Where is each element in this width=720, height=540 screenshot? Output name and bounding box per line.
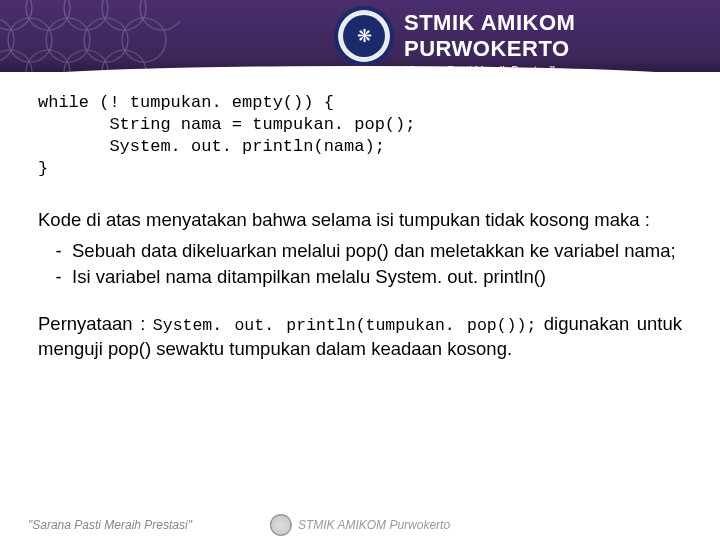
institution-seal-icon: ❋ [334, 6, 394, 66]
code-line: String nama = tumpukan. pop(); [38, 115, 415, 134]
decorative-circles [0, 0, 180, 72]
footer-seal-icon [270, 514, 292, 536]
inline-code: System. out. println(tumpukan. pop()); [153, 316, 536, 335]
code-line: } [38, 159, 48, 178]
brand-name: STMIK AMIKOM PURWOKERTO [404, 10, 720, 62]
code-line: System. out. println(nama); [38, 137, 385, 156]
text-run: Pernyataan : [38, 313, 153, 334]
svg-point-9 [122, 18, 166, 62]
svg-point-10 [0, 50, 32, 72]
list-item: Sebuah data dikeluarkan melalui pop() da… [72, 239, 682, 263]
svg-point-2 [64, 0, 108, 30]
slide-footer: "Sarana Pasti Meraih Prestasi" STMIK AMI… [0, 510, 720, 540]
svg-point-5 [0, 18, 14, 62]
slide-header: ❋ STMIK AMIKOM PURWOKERTO "Sarana Pasti … [0, 0, 720, 72]
list-item: Isi variabel nama ditampilkan melalu Sys… [72, 265, 682, 289]
bullet-list: Sebuah data dikeluarkan melalui pop() da… [38, 239, 682, 290]
paragraph-intro: Kode di atas menyatakan bahwa selama isi… [38, 208, 682, 232]
slide-content: while (! tumpukan. empty()) { String nam… [0, 72, 720, 361]
footer-brand: STMIK AMIKOM Purwokerto [270, 514, 450, 536]
brand-tagline: "Sarana Pasti Meraih Prestasi" [404, 64, 720, 72]
brand-block: STMIK AMIKOM PURWOKERTO "Sarana Pasti Me… [404, 10, 720, 72]
code-line: while (! tumpukan. empty()) { [38, 93, 334, 112]
svg-point-1 [26, 0, 70, 30]
footer-brand-text: STMIK AMIKOM Purwokerto [298, 518, 450, 532]
svg-point-3 [102, 0, 146, 30]
code-block: while (! tumpukan. empty()) { String nam… [38, 92, 682, 180]
paragraph-statement: Pernyataan : System. out. println(tumpuk… [38, 312, 682, 362]
